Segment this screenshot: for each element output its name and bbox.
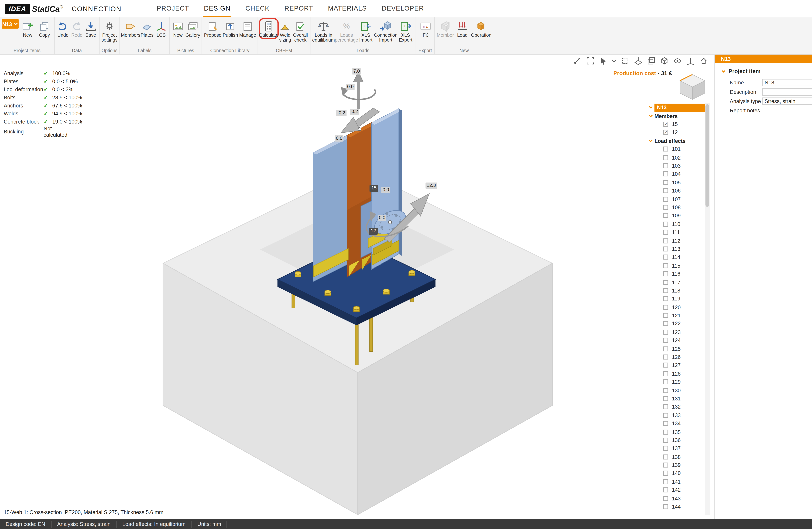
tree-load-effect-item[interactable]: ✓ 139 (647, 461, 705, 469)
new-member-button[interactable]: Member (437, 19, 454, 38)
load-effect-label[interactable]: 110 (672, 221, 680, 227)
description-input[interactable] (762, 88, 812, 95)
tab-project[interactable]: PROJECT (156, 0, 190, 17)
load-effect-label[interactable]: 105 (672, 179, 681, 186)
tree-load-effect-item[interactable]: ✓ 101 (647, 145, 705, 153)
publish-button[interactable]: Publish (223, 19, 238, 38)
load-effect-label[interactable]: 113 (672, 246, 680, 252)
tree-load-effect-item[interactable]: ✓ 108 (647, 203, 705, 211)
tree-root-label[interactable]: N13 (654, 103, 705, 112)
load-effect-label[interactable]: 132 (672, 404, 681, 410)
load-effect-checkbox[interactable]: ✓ (663, 296, 668, 302)
tree-load-effect-item[interactable]: ✓ 120 (647, 303, 705, 311)
propose-button[interactable]: Propose (204, 19, 221, 38)
connection-import-button[interactable]: Connection Import (375, 19, 397, 43)
tree-section-members[interactable]: Members (647, 112, 705, 120)
load-effect-label[interactable]: 141 (672, 479, 681, 485)
new-item-button[interactable]: New (20, 19, 35, 38)
tree-load-effect-item[interactable]: ✓ 109 (647, 211, 705, 220)
tab-materials[interactable]: MATERIALS (327, 0, 368, 17)
loads-in-equilibrium-button[interactable]: Loads in equilibrium (312, 19, 335, 43)
tree-load-effect-item[interactable]: ✓ 140 (647, 469, 705, 477)
load-effect-checkbox[interactable]: ✓ (663, 396, 668, 401)
load-effect-checkbox[interactable]: ✓ (663, 255, 668, 260)
load-effect-checkbox[interactable]: ✓ (663, 363, 668, 368)
visibility-icon[interactable] (672, 56, 682, 65)
load-effect-label[interactable]: 142 (672, 487, 681, 493)
tree-load-effect-item[interactable]: ✓ 130 (647, 386, 705, 394)
tree-load-effect-item[interactable]: ✓ 123 (647, 328, 705, 336)
tree-load-effect-item[interactable]: ✓ 135 (647, 428, 705, 436)
load-effect-checkbox[interactable]: ✓ (663, 496, 668, 501)
load-effect-checkbox[interactable]: ✓ (663, 213, 668, 218)
tree-load-effect-item[interactable]: ✓ 107 (647, 195, 705, 203)
load-effect-label[interactable]: 118 (672, 288, 680, 294)
load-effect-checkbox[interactable]: ✓ (663, 246, 668, 251)
load-effect-checkbox[interactable]: ✓ (663, 263, 668, 268)
tree-load-effect-item[interactable]: ✓ 134 (647, 420, 705, 428)
tree-load-effect-item[interactable]: ✓ 112 (647, 236, 705, 245)
load-effect-label[interactable]: 126 (672, 354, 681, 360)
scrollbar-thumb[interactable] (706, 104, 709, 207)
analysis-type-select[interactable]: Stress, strain (762, 97, 812, 105)
tree-load-effect-item[interactable]: ✓ 103 (647, 162, 705, 170)
tree-load-effect-item[interactable]: ✓ 122 (647, 320, 705, 328)
tab-developer[interactable]: DEVELOPER (380, 0, 425, 17)
load-effect-label[interactable]: 114 (672, 254, 680, 260)
load-effect-checkbox[interactable]: ✓ (663, 388, 668, 393)
tree-load-effect-item[interactable]: ✓ 142 (647, 486, 705, 494)
load-effect-label[interactable]: 117 (672, 279, 680, 285)
load-effect-checkbox[interactable]: ✓ (663, 354, 668, 359)
tree-load-effect-item[interactable]: ✓ 127 (647, 361, 705, 369)
load-effect-label[interactable]: 102 (672, 155, 681, 161)
load-effect-label[interactable]: 136 (672, 437, 681, 443)
tree-load-effect-item[interactable]: ✓ 132 (647, 403, 705, 411)
select-mode-icon[interactable] (598, 56, 608, 65)
tab-check[interactable]: CHECK (244, 0, 271, 17)
load-effect-label[interactable]: 138 (672, 454, 681, 460)
weld-sizing-button[interactable]: Weld sizing (279, 19, 292, 43)
load-effect-label[interactable]: 128 (672, 371, 681, 377)
load-effect-label[interactable]: 131 (672, 395, 681, 401)
load-effect-label[interactable]: 115 (672, 263, 680, 269)
load-effect-checkbox[interactable]: ✓ (663, 438, 668, 443)
tree-load-effect-item[interactable]: ✓ 144 (647, 502, 705, 511)
tree-load-effect-item[interactable]: ✓ 136 (647, 436, 705, 444)
save-button[interactable]: Save (85, 19, 97, 38)
load-effect-checkbox[interactable]: ✓ (663, 205, 668, 210)
load-effect-checkbox[interactable]: ✓ (663, 172, 668, 177)
tree-load-effect-item[interactable]: ✓ 110 (647, 220, 705, 228)
redo-button[interactable]: Redo (71, 19, 83, 38)
tree-load-effect-item[interactable]: ✓ 143 (647, 494, 705, 502)
tree-load-effect-item[interactable]: ✓ 131 (647, 394, 705, 403)
member-checkbox[interactable]: ✓ (663, 122, 668, 127)
dimension-icon[interactable] (572, 56, 582, 65)
tree-load-effect-item[interactable]: ✓ 124 (647, 336, 705, 344)
load-effect-label[interactable]: 103 (672, 163, 681, 169)
labels-members-toggle[interactable]: Members (122, 19, 139, 38)
load-effect-label[interactable]: 144 (672, 503, 681, 510)
load-effect-label[interactable]: 125 (672, 346, 681, 352)
new-picture-button[interactable]: New (172, 19, 184, 38)
load-effect-label[interactable]: 133 (672, 412, 681, 418)
home-icon[interactable] (699, 56, 708, 65)
tree-load-effect-item[interactable]: ✓ 105 (647, 178, 705, 187)
tab-report[interactable]: REPORT (283, 0, 314, 17)
copy-view-icon[interactable] (646, 56, 656, 65)
section-project-item[interactable]: Project item (721, 68, 812, 74)
load-effect-label[interactable]: 111 (672, 229, 680, 235)
load-effect-label[interactable]: 129 (672, 379, 681, 385)
tree-load-effect-item[interactable]: ✓ 114 (647, 253, 705, 261)
load-effect-checkbox[interactable]: ✓ (663, 147, 668, 152)
load-effect-checkbox[interactable]: ✓ (663, 188, 668, 193)
tree-load-effect-item[interactable]: ✓ 102 (647, 153, 705, 162)
load-effect-checkbox[interactable]: ✓ (663, 313, 668, 318)
gallery-button[interactable]: Gallery (186, 19, 200, 38)
member-badge-12[interactable]: 12 (369, 228, 378, 234)
tree-load-effect-item[interactable]: ✓ 115 (647, 261, 705, 269)
tree-load-effect-item[interactable]: ✓ 106 (647, 187, 705, 195)
tree-load-effect-item[interactable]: ✓ 118 (647, 286, 705, 295)
load-effect-checkbox[interactable]: ✓ (663, 380, 668, 384)
labels-lcs-toggle[interactable]: LCS (155, 19, 167, 38)
load-effect-label[interactable]: 119 (672, 296, 680, 302)
